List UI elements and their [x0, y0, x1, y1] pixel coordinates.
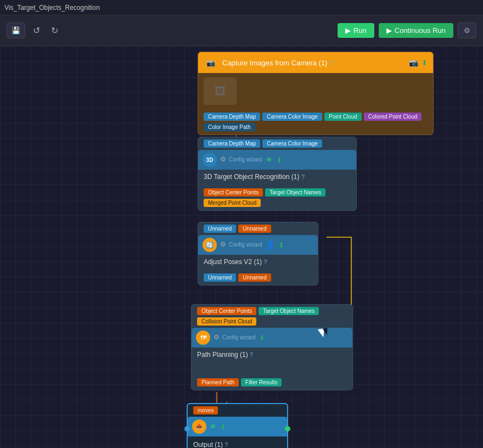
input-tag-moves[interactable]: moves	[193, 406, 218, 415]
path-help-icon[interactable]: ?	[250, 351, 253, 358]
path-gear-icon: ⚙	[214, 333, 220, 341]
adjust-title: Adjust Poses V2 (1) ?	[204, 258, 267, 266]
adjust-input-tags: Unnamed Unnamed	[198, 222, 318, 235]
capture-title: Capture Images from Camera (1) ?	[222, 59, 405, 67]
run-button[interactable]: ▶ Run	[338, 23, 374, 38]
adjust-icon: 🔄	[203, 238, 217, 252]
output-header: 📤 👁 ⬇	[188, 417, 287, 436]
input-tag-object-center-points[interactable]: Object Center Points	[197, 307, 256, 315]
adjust-config-row: ⚙ Config wizard	[220, 240, 262, 248]
output-download-icon[interactable]: ⬇	[220, 423, 226, 431]
node-capture-header: 📷 Capture Images from Camera (1) ? 📷 ⬇	[198, 52, 433, 73]
capture-header-actions: 📷 ⬇	[409, 58, 428, 67]
recognition-input-tags: Camera Depth Map Camera Color Image	[198, 137, 356, 150]
recognition-eye-icon[interactable]: 👁	[266, 156, 273, 164]
pipeline-settings-button[interactable]: ⚙	[458, 23, 476, 38]
tag-merged-point-cloud[interactable]: Merged Point Cloud	[204, 199, 261, 207]
adjust-config-label[interactable]: Config wizard	[229, 242, 262, 248]
adjust-download-icon[interactable]: ⬇	[278, 241, 284, 249]
run-label: Run	[353, 26, 367, 35]
capture-preview-area: 🖼	[204, 77, 237, 105]
recognition-header: 3D ⚙ Config wizard 👁 ⬇	[198, 150, 356, 170]
continuous-run-label: Continuous Run	[395, 26, 446, 35]
tag-planned-path[interactable]: Planned Path	[197, 378, 239, 387]
capture-camera-icon[interactable]: 📷	[409, 58, 418, 67]
path-header: 🗺 ⚙ Config wizard ⬇	[192, 328, 352, 348]
recognition-icon: 3D	[203, 153, 217, 167]
capture-body: 🖼	[198, 73, 433, 109]
output-icon: 📤	[192, 419, 206, 434]
input-tag-collision-point-cloud[interactable]: Collision Point Cloud	[197, 317, 256, 326]
capture-help-icon[interactable]: ?	[329, 60, 333, 66]
window-title: Vis_Target_Objects_Recognition	[4, 4, 100, 12]
output-title: Output (1) ?	[193, 441, 228, 448]
recognition-help-icon[interactable]: ?	[301, 173, 305, 180]
output-right-connector	[285, 426, 290, 432]
output-input-tags: moves	[188, 404, 287, 417]
tag-target-object-names-1[interactable]: Target Object Names	[265, 188, 325, 197]
output-help-icon[interactable]: ?	[224, 441, 228, 448]
run-icon: ▶	[345, 26, 351, 35]
path-config-label[interactable]: Config wizard	[222, 334, 256, 340]
path-title-area: ⚙ Config wizard	[214, 333, 256, 342]
path-header-icons: ⬇	[259, 334, 265, 342]
recognition-config-label[interactable]: Config wizard	[229, 156, 262, 163]
path-body: Path Planning (1) ?	[192, 348, 352, 375]
adjust-header: 🔄 ⚙ Config wizard 👤 ⬇	[198, 235, 318, 255]
recognition-output-tags: Object Center Points Target Object Names…	[198, 185, 356, 210]
output-eye-icon[interactable]: 👁	[210, 423, 217, 431]
tag-camera-color-image[interactable]: Camera Color Image	[262, 113, 322, 121]
recognition-header-icons: 👁 ⬇	[266, 156, 282, 164]
input-tag-unnamed-2[interactable]: Unnamed	[238, 225, 271, 233]
recognition-body: 3D Target Object Recognition (1) ?	[198, 170, 356, 185]
tag-object-center-points-1[interactable]: Object Center Points	[204, 188, 263, 197]
output-body: Output (1) ?	[188, 436, 287, 448]
output-left-connector	[184, 426, 190, 432]
adjust-body: Adjust Poses V2 (1) ?	[198, 255, 318, 270]
path-download-icon[interactable]: ⬇	[259, 334, 265, 342]
recognition-title: 3D Target Object Recognition (1) ?	[204, 173, 305, 181]
node-3d-recognition: Camera Depth Map Camera Color Image 3D ⚙…	[198, 137, 357, 211]
node-path-planning: Object Center Points Target Object Names…	[191, 304, 353, 390]
output-tag-unnamed-3[interactable]: Unnamed	[204, 273, 236, 282]
adjust-output-tags: Unnamed Unnamed	[198, 270, 318, 285]
input-tag-target-object-names[interactable]: Target Object Names	[259, 307, 319, 315]
save-icon: 💾	[12, 26, 20, 35]
capture-download-icon[interactable]: ⬇	[422, 59, 428, 67]
node-capture-images: 📷 Capture Images from Camera (1) ? 📷 ⬇ 🖼…	[198, 52, 434, 135]
tag-color-image-path[interactable]: Color Image Path	[204, 123, 255, 131]
settings-icon: ⚙	[464, 26, 470, 35]
output-header-icons: 👁 ⬇	[210, 423, 226, 431]
redo-button[interactable]: ↻	[48, 23, 61, 38]
continuous-run-icon: ▶	[386, 26, 392, 35]
input-tag-unnamed-1[interactable]: Unnamed	[204, 225, 236, 233]
capture-output-tags: Camera Depth Map Camera Color Image Poin…	[198, 109, 433, 135]
path-icon: 🗺	[196, 331, 210, 345]
adjust-gear-icon: ⚙	[220, 240, 226, 248]
adjust-header-icons: 👤 ⬇	[266, 240, 284, 249]
tag-point-cloud[interactable]: Point Cloud	[324, 113, 362, 121]
path-output-tags: Planned Path Filter Results	[192, 375, 352, 390]
node-output: moves 📤 👁 ⬇ Output (1) ?	[187, 403, 288, 448]
input-tag-color-image[interactable]: Camera Color Image	[262, 139, 322, 148]
tag-colored-point-cloud[interactable]: Colored Point Cloud	[364, 113, 422, 121]
capture-icon: 📷	[204, 55, 218, 70]
capture-placeholder-icon: 🖼	[215, 85, 226, 98]
canvas: 📷 Capture Images from Camera (1) ? 📷 ⬇ 🖼…	[0, 46, 483, 448]
node-adjust-poses: Unnamed Unnamed 🔄 ⚙ Config wizard 👤 ⬇ Ad…	[198, 222, 318, 285]
undo-button[interactable]: ↺	[30, 23, 43, 38]
recognition-config-row: ⚙ Config wizard	[220, 155, 262, 163]
input-tag-depth-map[interactable]: Camera Depth Map	[204, 139, 260, 148]
path-input-tags: Object Center Points Target Object Names…	[192, 305, 352, 328]
adjust-person-icon[interactable]: 👤	[266, 240, 275, 249]
tag-filter-results[interactable]: Filter Results	[241, 378, 282, 387]
recognition-download-icon[interactable]: ⬇	[276, 156, 282, 164]
toolbar: 💾 ↺ ↻ ▶ Run ▶ Continuous Run ⚙	[0, 15, 483, 46]
save-button[interactable]: 💾	[7, 23, 25, 38]
tag-camera-depth-map[interactable]: Camera Depth Map	[204, 113, 260, 121]
output-tag-unnamed-4[interactable]: Unnamed	[238, 273, 271, 282]
continuous-run-button[interactable]: ▶ Continuous Run	[379, 23, 453, 38]
adjust-title-area: ⚙ Config wizard	[220, 240, 262, 249]
path-config-row: ⚙ Config wizard	[214, 333, 256, 341]
adjust-help-icon[interactable]: ?	[263, 259, 267, 265]
